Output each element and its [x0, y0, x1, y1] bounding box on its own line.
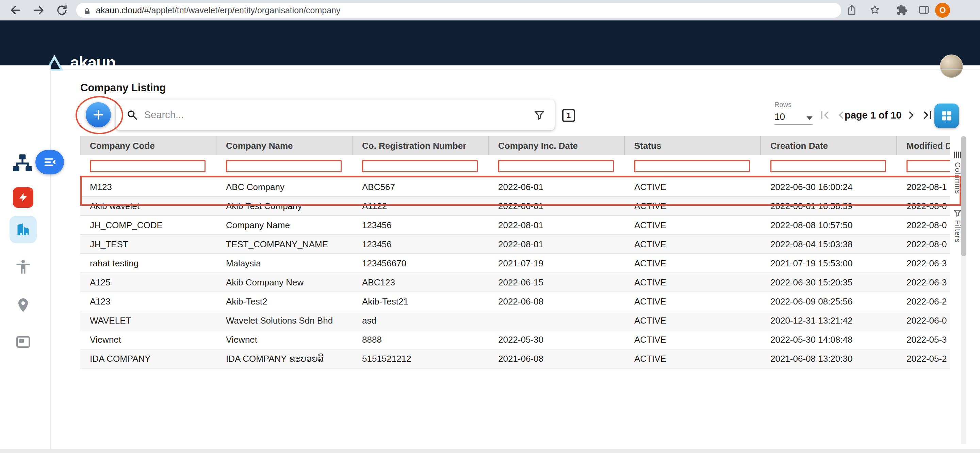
table-cell: 2022-08-01	[488, 216, 625, 235]
table-cell: 2022-06-09 08:25:56	[761, 292, 897, 311]
table-cell: 2021-07-19	[488, 254, 625, 273]
table-cell: ACTIVE	[625, 330, 761, 349]
table-cell: IDA COMPANY ຂະບວຍລີ	[216, 349, 353, 368]
table-cell: JH_COMP_CODE	[80, 216, 216, 235]
plus-icon	[92, 108, 105, 121]
company-building-icon[interactable]	[10, 216, 37, 243]
table-cell: Akib Company New	[216, 273, 353, 292]
url-domain: akaun.cloud	[96, 5, 142, 15]
bookmark-star-icon[interactable]	[869, 4, 881, 16]
table-filter-row	[80, 155, 950, 178]
table-cell: Company Name	[216, 216, 353, 235]
page-number: 1	[870, 110, 876, 121]
column-filter-input[interactable]	[770, 160, 886, 172]
table-cell: WAVELET	[80, 311, 216, 330]
single-column-layout-icon[interactable]: 1	[562, 109, 575, 122]
table-cell: Akib wavelet	[80, 197, 216, 216]
org-chart-icon[interactable]	[11, 153, 34, 174]
table-cell: 123456	[353, 235, 488, 254]
first-page-button[interactable]	[819, 109, 831, 121]
table-cell: 2022-08-1	[897, 178, 950, 197]
table-cell: ACTIVE	[625, 349, 761, 368]
table-row[interactable]: A125Akib Company NewABC1232022-06-15ACTI…	[80, 273, 950, 292]
vertical-scrollbar[interactable]	[961, 136, 966, 444]
column-filter-input[interactable]	[362, 160, 478, 172]
scrollbar-thumb[interactable]	[961, 136, 966, 256]
page-title: Company Listing	[80, 82, 166, 94]
table-row[interactable]: A123Akib-Test2Akib-Test212022-06-08ACTIV…	[80, 292, 950, 311]
rows-value: 10	[775, 112, 785, 122]
filter-funnel-icon[interactable]	[533, 109, 545, 121]
refresh-icon[interactable]	[56, 4, 68, 16]
forward-icon[interactable]	[33, 4, 45, 16]
table-cell: ABC Company	[216, 178, 353, 197]
side-panel-icon[interactable]	[918, 4, 930, 16]
table-cell: ACTIVE	[625, 311, 761, 330]
table-row[interactable]: ViewnetViewnet88882022-05-30ACTIVE2022-0…	[80, 330, 950, 349]
table-cell: 2022-06-2	[897, 292, 950, 311]
next-page-button[interactable]	[905, 109, 917, 121]
table-row[interactable]: Akib waveletAkib Test CompanyA11222022-0…	[80, 197, 950, 216]
table-cell: Viewnet	[216, 330, 353, 349]
table-cell: ACTIVE	[625, 197, 761, 216]
column-header[interactable]: Company Code	[80, 136, 216, 155]
chevron-down-icon	[807, 116, 813, 120]
table-cell: 2022-08-0	[897, 235, 950, 254]
column-filter-input[interactable]	[498, 160, 614, 172]
location-pin-icon[interactable]	[15, 297, 31, 313]
extensions-icon[interactable]	[896, 4, 908, 16]
table-cell: ACTIVE	[625, 254, 761, 273]
table-cell: 8888	[353, 330, 488, 349]
table-cell: 2022-08-0	[897, 197, 950, 216]
people-icon[interactable]	[14, 258, 32, 276]
table-cell: ACTIVE	[625, 216, 761, 235]
table-row[interactable]: M123ABC CompanyABC5672022-06-01ACTIVE202…	[80, 178, 950, 197]
table-body: M123ABC CompanyABC5672022-06-01ACTIVE202…	[80, 178, 950, 368]
address-bar[interactable]: akaun.cloud/#/applet/tnt/wavelet/erp/ent…	[76, 3, 841, 18]
column-header[interactable]: Company Name	[216, 136, 353, 155]
user-avatar[interactable]	[940, 54, 963, 78]
column-header[interactable]: Modified D	[897, 136, 950, 155]
table-cell: 2022-08-0	[897, 216, 950, 235]
table-cell: IDA COMPANY	[80, 349, 216, 368]
table-row[interactable]: rahat testingMalaysia1234566702021-07-19…	[80, 254, 950, 273]
table-cell: 2022-06-01	[488, 197, 625, 216]
table-cell: Akib-Test2	[216, 292, 353, 311]
column-header[interactable]: Status	[625, 136, 761, 155]
menu-toggle-button[interactable]	[35, 150, 64, 174]
url-text: akaun.cloud/#/applet/tnt/wavelet/erp/ent…	[96, 5, 340, 15]
table-cell: ACTIVE	[625, 178, 761, 197]
page-indicator: page1of10	[845, 110, 904, 121]
table-cell: 2020-12-31 13:21:42	[761, 311, 897, 330]
app: akaun.cloud/#/applet/tnt/wavelet/erp/ent…	[0, 0, 980, 453]
table-row[interactable]: IDA COMPANYIDA COMPANY ຂະບວຍລີ5151521212…	[80, 349, 950, 368]
column-filter-input[interactable]	[226, 160, 342, 172]
table-cell: ACTIVE	[625, 273, 761, 292]
table-row[interactable]: JH_COMP_CODECompany Name1234562022-08-01…	[80, 216, 950, 235]
last-page-button[interactable]	[921, 109, 934, 121]
rows-per-page-select[interactable]: Rows 10	[775, 101, 813, 125]
back-icon[interactable]	[10, 4, 22, 16]
share-icon[interactable]	[846, 4, 858, 16]
search-input[interactable]	[144, 109, 533, 121]
table-cell: JH_TEST	[80, 235, 216, 254]
table-cell: 2022-06-0	[897, 311, 950, 330]
column-header[interactable]: Co. Registration Number	[353, 136, 488, 155]
table-cell: Akib Test Company	[216, 197, 353, 216]
table-cell: 2022-05-30	[488, 330, 625, 349]
column-header[interactable]: Company Inc. Date	[488, 136, 625, 155]
grid-view-button[interactable]	[934, 104, 959, 128]
table-row[interactable]: JH_TESTTEST_COMPANY_NAME1234562022-08-01…	[80, 235, 950, 254]
browser-profile-avatar[interactable]: O	[935, 3, 950, 18]
add-company-button[interactable]	[86, 102, 111, 128]
column-filter-input[interactable]	[90, 160, 205, 172]
column-filter-input[interactable]	[907, 160, 950, 172]
table-cell: 2022-06-30 15:20:35	[761, 273, 897, 292]
table-cell: 5151521212	[353, 349, 488, 368]
column-header[interactable]: Creation Date	[761, 136, 897, 155]
table-row[interactable]: WAVELETWavelet Solutions Sdn BhdasdACTIV…	[80, 311, 950, 330]
card-icon[interactable]	[15, 334, 31, 350]
column-filter-input[interactable]	[634, 160, 750, 172]
applet-store-icon[interactable]	[13, 187, 33, 208]
browser-chrome: akaun.cloud/#/applet/tnt/wavelet/erp/ent…	[0, 0, 980, 21]
